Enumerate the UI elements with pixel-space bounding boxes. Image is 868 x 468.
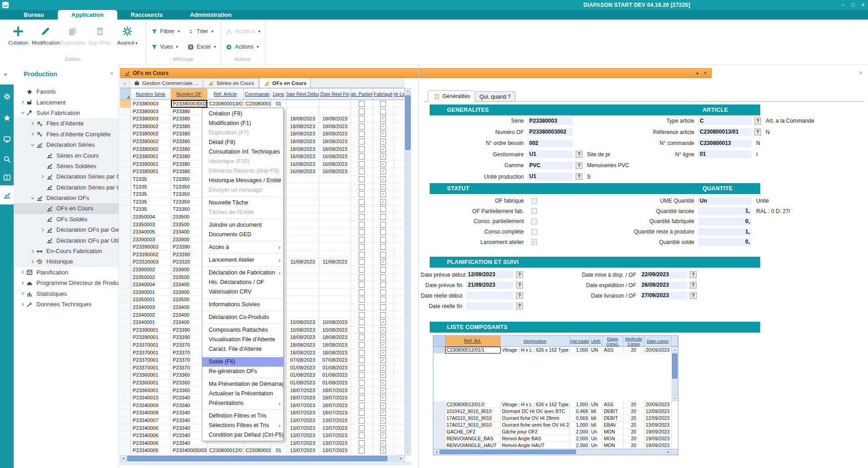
tree-item-statistiques[interactable]: Statistiques xyxy=(14,288,119,299)
help-button[interactable]: ? xyxy=(754,129,761,135)
row-selector[interactable] xyxy=(120,394,131,402)
row-selector[interactable] xyxy=(120,424,131,432)
trier-button[interactable]: Trier▾ xyxy=(187,25,216,38)
vues-button[interactable]: Vues▾ xyxy=(151,40,180,53)
corner-cell[interactable] xyxy=(433,336,445,347)
row-selector[interactable] xyxy=(120,387,131,394)
help-button[interactable]: ? xyxy=(516,282,523,289)
field-value[interactable]: 002 xyxy=(527,139,573,147)
column-header-ligne[interactable]: Ligne xyxy=(271,88,286,100)
excel-button[interactable]: Excel▾ xyxy=(187,40,216,53)
search-rail-button[interactable] xyxy=(0,151,14,167)
row-selector[interactable] xyxy=(120,243,131,251)
menu-item-his-declarations-of[interactable]: His. Déclarations / OF xyxy=(202,278,283,287)
grid-vertical-scrollbar[interactable]: ▲ ▼ xyxy=(405,88,411,455)
column-header-fabrique[interactable]: Fabriqué xyxy=(373,88,394,100)
tree-item-series-en-cours[interactable]: Séries en Cours xyxy=(14,150,119,160)
checkbox[interactable] xyxy=(531,229,537,235)
close-sidebar-button[interactable]: × xyxy=(110,70,114,77)
composant-column-qte-totale[interactable]: Qté totale xyxy=(570,336,590,347)
scroll-left-arrow[interactable]: ◀ xyxy=(120,455,126,462)
checkbox[interactable] xyxy=(531,219,537,224)
menu-item-definition-filtres-et-tris[interactable]: Définition Filtres et Tris xyxy=(202,411,283,421)
row-selector[interactable] xyxy=(120,145,131,153)
chevron-right-icon[interactable] xyxy=(29,248,36,255)
close-view-button[interactable]: × xyxy=(121,80,128,88)
row-selector[interactable] xyxy=(120,153,131,160)
scrollbar-thumb[interactable] xyxy=(405,95,411,150)
column-header-commande[interactable]: Commande xyxy=(244,88,271,100)
tab-series-en-cours[interactable]: Séries en Cours xyxy=(203,78,258,88)
chevron-right-icon[interactable] xyxy=(19,290,26,297)
row-selector[interactable] xyxy=(120,341,131,349)
row-selector[interactable] xyxy=(120,356,131,364)
modification-button[interactable]: Modification xyxy=(32,21,59,45)
tree-item-donnees-techniques[interactable]: Données Techniques xyxy=(14,299,119,309)
tree-item-lancement[interactable]: Lancement xyxy=(14,97,119,107)
row-selector[interactable] xyxy=(120,130,131,138)
row-selector[interactable] xyxy=(120,175,131,183)
row-selector[interactable] xyxy=(120,183,131,191)
field-value[interactable]: U1 xyxy=(527,173,573,180)
menu-item-consultation-inf-techniques[interactable]: Consultation Inf. Techniques xyxy=(202,147,283,157)
tree-item-declaration-ofs-par-utilisateur[interactable]: Déclaration OFs par Utilisateur xyxy=(14,235,119,245)
field-value[interactable] xyxy=(466,302,513,310)
tree-item-files-d-attente[interactable]: Files d'Attente xyxy=(14,118,119,129)
menu-item-creation-f9[interactable]: Création (F9) xyxy=(202,109,283,119)
row-selector[interactable] xyxy=(120,439,131,447)
column-header-qte-lan[interactable]: Qté Lan xyxy=(394,88,405,100)
tree-item-en-cours-fabrication[interactable]: En-Cours Fabrication xyxy=(14,246,119,256)
scrollbar-thumb[interactable] xyxy=(440,450,576,454)
tree-item-declaration-series-par-gestionnaire[interactable]: Déclaration Séries par Gestionnaire xyxy=(14,171,119,182)
detail-tab-qui-quand[interactable]: Qui, quand ? xyxy=(474,91,516,102)
filtrer-button[interactable]: Filtrer▾ xyxy=(151,25,180,38)
row-selector[interactable] xyxy=(120,228,131,236)
tree-item-planification[interactable]: Planification xyxy=(14,267,119,278)
field-value[interactable]: P23380003002 xyxy=(527,128,573,136)
scrollbar-thumb[interactable] xyxy=(672,353,677,378)
composant-row[interactable]: C230800013/01/2Vitrage : H x L : 626 x 1… xyxy=(433,401,678,408)
composant-column-date-conso[interactable]: Date conso xyxy=(644,336,672,347)
help-button[interactable]: ? xyxy=(690,271,697,278)
row-selector[interactable] xyxy=(120,296,131,304)
row-selector[interactable] xyxy=(120,205,131,213)
close-button[interactable]: × xyxy=(858,0,868,10)
row-selector[interactable] xyxy=(433,415,445,422)
menu-bureau[interactable]: Bureau xyxy=(10,10,58,20)
collapse-sidebar-button[interactable]: « xyxy=(4,70,7,78)
tree-item-series-soldees[interactable]: Séries Soldées xyxy=(14,161,119,171)
menu-item-declaration-de-fabrication[interactable]: Déclaration de Fabrication› xyxy=(202,268,283,278)
row-selector[interactable] xyxy=(120,198,131,206)
columns-rail-button[interactable] xyxy=(0,169,14,185)
field-value[interactable]: 1, xyxy=(698,228,752,236)
column-header-fab-partielle[interactable]: Fab. Partielle xyxy=(351,88,373,100)
composant-row[interactable]: 17A0117_9010_9010Ouvrant fiche semi fixe… xyxy=(433,422,678,428)
scroll-right-arrow[interactable]: ▶ xyxy=(398,455,405,462)
row-selector[interactable] xyxy=(120,123,131,130)
menu-item-lancement-atelier[interactable]: Lancement Atelier› xyxy=(202,255,283,265)
tree-item-favoris[interactable]: Favoris xyxy=(14,86,119,97)
close-document-button[interactable]: × xyxy=(703,70,707,76)
field-value[interactable]: 27/09/2023 xyxy=(640,292,687,299)
chevron-right-icon[interactable] xyxy=(39,173,46,180)
row-selector[interactable] xyxy=(120,319,131,326)
row-selector[interactable] xyxy=(120,402,131,409)
row-selector[interactable] xyxy=(120,417,131,424)
field-value[interactable]: 12/09/2023 xyxy=(466,271,513,279)
menu-raccourcis[interactable]: Raccourcis xyxy=(117,10,176,20)
chevron-right-icon[interactable] xyxy=(29,258,36,265)
detail-tab-generalites[interactable]: Généralités xyxy=(428,90,475,102)
row-selector[interactable] xyxy=(120,160,131,168)
help-button[interactable]: ? xyxy=(516,271,523,278)
tree-item-declaration-series-par-utilisateur[interactable]: Déclaration Séries par Utilisateur xyxy=(14,182,119,193)
scroll-down-arrow[interactable]: ▼ xyxy=(405,449,411,455)
robot-arm-rail-button[interactable] xyxy=(0,185,14,204)
chevron-right-icon[interactable] xyxy=(29,130,36,138)
row-selector[interactable] xyxy=(120,266,131,274)
close-detail-button[interactable]: × xyxy=(857,69,865,77)
menu-item-nouvelle-tache[interactable]: Nouvelle Tâche xyxy=(202,198,283,208)
monitor-rail-button[interactable] xyxy=(0,131,14,147)
row-selector[interactable] xyxy=(120,304,131,311)
menu-item-valorisation-crv[interactable]: Valorisation CRV xyxy=(202,287,283,297)
column-header-numero-of[interactable]: Numéro OF xyxy=(171,88,207,100)
